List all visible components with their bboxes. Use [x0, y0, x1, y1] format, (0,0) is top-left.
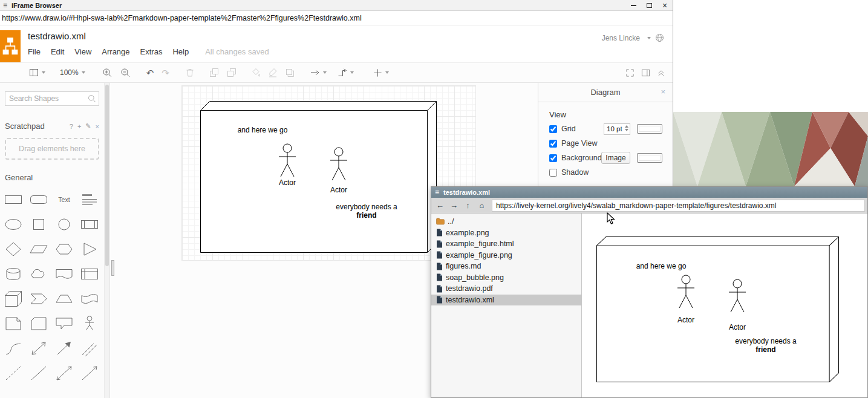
zoom-in-button[interactable] — [102, 68, 113, 78]
delete-button[interactable] — [185, 68, 195, 77]
browser-url-bar[interactable]: https://www.draw.io/#Hhpi-swa-lab%2Fmark… — [0, 11, 673, 25]
zoom-out-button[interactable] — [120, 68, 131, 78]
menu-edit[interactable]: Edit — [51, 47, 64, 56]
file-row[interactable]: testdrawio.pdf — [431, 283, 581, 295]
hexagon-shape[interactable] — [53, 239, 75, 259]
forward-button[interactable]: → — [448, 199, 460, 212]
maximize-button[interactable] — [641, 0, 657, 10]
zoom-level-dropdown[interactable]: 100% — [60, 68, 85, 77]
menu-view[interactable]: View — [74, 47, 91, 56]
file-row[interactable]: example.png — [431, 227, 581, 239]
circle-shape[interactable] — [53, 214, 75, 235]
trapezoid-shape[interactable] — [53, 289, 75, 309]
bidirectional-connector-shape[interactable] — [53, 363, 75, 383]
scrollbar-thumb[interactable] — [105, 85, 109, 266]
file-row[interactable]: figures.md — [431, 261, 581, 272]
file-row[interactable]: example_figure.png — [431, 250, 581, 261]
heading-shape[interactable] — [79, 189, 100, 210]
menu-extras[interactable]: Extras — [140, 47, 163, 56]
file-url-field[interactable]: https://lively-kernel.org/lively4/swalab… — [492, 200, 865, 212]
grid-checkbox[interactable] — [549, 125, 557, 133]
shadow-checkbox[interactable] — [549, 169, 557, 177]
fill-color-button[interactable] — [251, 68, 261, 77]
waypoints-dropdown[interactable] — [338, 68, 354, 77]
bidirectional-arrow-shape[interactable] — [28, 338, 50, 359]
actor-label[interactable]: Actor — [269, 178, 305, 187]
actor-shape[interactable] — [278, 143, 296, 178]
search-input[interactable] — [5, 91, 99, 106]
connection-style-dropdown[interactable] — [310, 68, 327, 77]
file-row[interactable]: testdrawio.xml — [431, 295, 581, 306]
cube-shape[interactable] — [2, 289, 24, 309]
to-front-button[interactable] — [209, 68, 219, 77]
file-row[interactable]: soap_bubble.png — [431, 272, 581, 284]
internal-storage-shape[interactable] — [79, 264, 100, 284]
redo-button[interactable]: ↷ — [162, 68, 169, 77]
close-icon[interactable]: × — [661, 87, 665, 96]
note-shape[interactable] — [2, 313, 24, 334]
cloud-shape[interactable] — [28, 264, 50, 284]
actor-shape[interactable] — [330, 147, 348, 181]
rounded-rectangle-shape[interactable] — [28, 189, 50, 210]
add-icon[interactable]: + — [77, 123, 81, 130]
page-view-checkbox[interactable] — [549, 140, 557, 148]
fullscreen-icon[interactable] — [625, 68, 635, 77]
actor-shape[interactable] — [79, 313, 100, 334]
home-button[interactable]: ⌂ — [475, 199, 488, 212]
file-row[interactable]: example_figure.html — [431, 238, 581, 250]
edit-icon[interactable]: ✎ — [85, 122, 91, 130]
triangle-shape[interactable] — [79, 239, 100, 259]
directional-connector-shape[interactable] — [79, 363, 100, 383]
diagram-caption[interactable]: and here we go — [232, 126, 293, 134]
line-color-button[interactable] — [268, 68, 278, 77]
close-icon[interactable]: × — [96, 123, 99, 130]
insert-dropdown[interactable] — [373, 68, 389, 77]
hamburger-icon[interactable]: ≡ — [3, 2, 7, 9]
background-image-button[interactable]: Image — [601, 152, 630, 164]
sidebar-collapse-handle[interactable] — [111, 260, 114, 276]
rectangle-shape[interactable] — [2, 189, 24, 210]
globe-icon[interactable] — [655, 33, 664, 42]
sidebar-scrollbar[interactable] — [104, 83, 109, 398]
menu-arrange[interactable]: Arrange — [102, 47, 129, 56]
stepper-up-icon[interactable] — [625, 125, 628, 128]
cube-shape[interactable] — [200, 101, 437, 253]
file-window-titlebar[interactable]: ≡ testdrawio.xml — [431, 187, 867, 198]
page-view-dropdown[interactable] — [29, 68, 45, 77]
shadow-button[interactable] — [285, 68, 295, 77]
up-button[interactable]: ↑ — [462, 199, 474, 212]
curve-shape[interactable] — [2, 338, 24, 359]
cylinder-shape[interactable] — [2, 264, 24, 284]
parallelogram-shape[interactable] — [28, 239, 50, 259]
grid-size-input[interactable]: 10 pt — [604, 123, 630, 135]
menu-file[interactable]: File — [28, 47, 41, 56]
format-panel-toggle-icon[interactable] — [641, 68, 650, 77]
actor-label[interactable]: Actor — [321, 186, 357, 194]
background-checkbox[interactable] — [549, 154, 557, 162]
callout-shape[interactable] — [53, 313, 75, 334]
step-shape[interactable] — [28, 289, 50, 309]
collapse-toolbar-icon[interactable] — [657, 68, 665, 77]
document-shape[interactable] — [53, 264, 75, 284]
file-row[interactable]: ../ — [431, 216, 581, 227]
back-button[interactable]: ← — [434, 199, 446, 212]
arrow-shape[interactable] — [53, 338, 75, 359]
undo-button[interactable]: ↶ — [146, 68, 154, 77]
to-back-button[interactable] — [227, 68, 237, 77]
diamond-shape[interactable] — [2, 239, 24, 259]
tape-shape[interactable] — [79, 289, 100, 309]
user-menu[interactable]: Jens Lincke — [602, 33, 664, 42]
link-shape[interactable] — [79, 338, 100, 359]
grid-color-swatch[interactable] — [637, 124, 662, 134]
card-shape[interactable] — [28, 313, 50, 334]
close-button[interactable]: × — [657, 0, 673, 10]
background-color-swatch[interactable] — [637, 153, 662, 163]
square-shape[interactable] — [28, 214, 50, 235]
minimize-button[interactable] — [625, 0, 641, 10]
browser-url-text[interactable]: https://www.draw.io/#Hhpi-swa-lab%2Fmark… — [0, 14, 362, 22]
dashed-line-shape[interactable] — [2, 363, 24, 383]
zoom-level[interactable]: 100% — [60, 68, 79, 77]
user-name[interactable]: Jens Lincke — [602, 34, 640, 42]
line-shape[interactable] — [28, 363, 50, 383]
text-shape[interactable]: Text — [53, 189, 75, 210]
